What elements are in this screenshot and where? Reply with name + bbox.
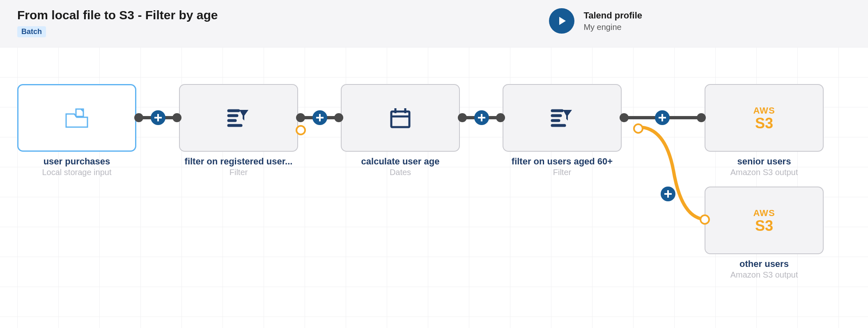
port-in[interactable]: [172, 113, 181, 122]
header-right: Talend profile My engine: [549, 8, 856, 34]
port-in[interactable]: [697, 113, 706, 122]
connections-svg: [0, 47, 868, 328]
profile-label: Talend profile: [583, 10, 642, 21]
port-in[interactable]: [334, 113, 343, 122]
page-title: From local file to S3 - Filter by age: [17, 8, 218, 22]
add-processor-button[interactable]: [312, 110, 327, 125]
header-bar: From local file to S3 - Filter by age Ba…: [0, 0, 868, 47]
title-block: From local file to S3 - Filter by age Ba…: [17, 8, 218, 37]
add-processor-button[interactable]: [655, 110, 670, 125]
play-icon: [559, 17, 566, 25]
port-reject[interactable]: [296, 125, 306, 135]
pipeline-canvas[interactable]: user purchases Local storage input filte…: [0, 47, 868, 328]
run-button[interactable]: [549, 8, 574, 34]
pipeline-type-badge: Batch: [17, 26, 46, 37]
port-out[interactable]: [134, 113, 143, 122]
add-processor-button[interactable]: [474, 110, 489, 125]
profile-value: My engine: [583, 23, 642, 32]
port-reject[interactable]: [633, 123, 643, 134]
add-processor-button[interactable]: [661, 187, 675, 201]
port-out[interactable]: [620, 113, 629, 122]
port-in-reject[interactable]: [700, 214, 710, 225]
port-out[interactable]: [458, 113, 467, 122]
port-in[interactable]: [496, 113, 505, 122]
port-out[interactable]: [296, 113, 305, 122]
add-processor-button[interactable]: [151, 110, 165, 125]
profile-block[interactable]: Talend profile My engine: [583, 10, 642, 32]
